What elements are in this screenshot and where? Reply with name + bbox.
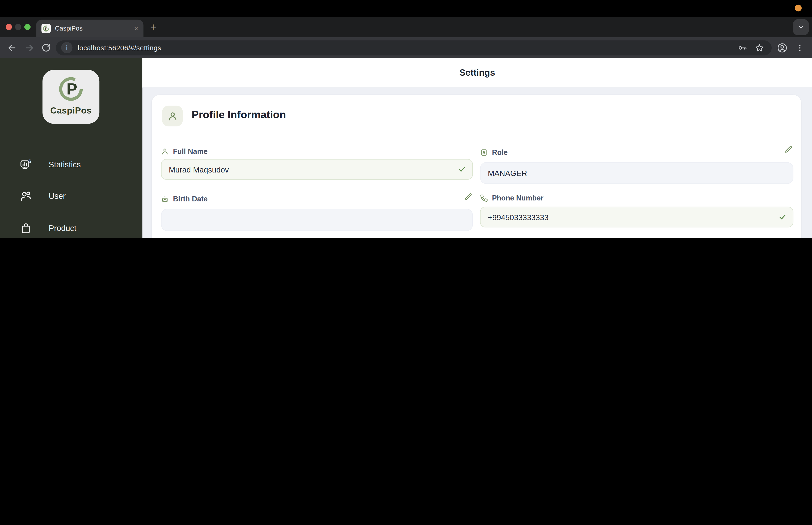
person-icon: [161, 147, 169, 155]
id-badge-icon: [480, 148, 488, 156]
browser-toolbar: i localhost:56206/#/settings: [0, 38, 812, 58]
address-bar[interactable]: i localhost:56206/#/settings: [56, 40, 771, 55]
page-header: Settings: [142, 58, 812, 88]
profile-information-card: Profile Information Full Name Role: [152, 95, 801, 238]
valid-check-icon: [458, 165, 466, 174]
browser-menu-icon[interactable]: [795, 43, 804, 52]
chevron-down-icon: [797, 24, 804, 31]
sidebar-item-statistics[interactable]: $ Statistics: [0, 153, 142, 176]
edit-role-icon[interactable]: [784, 145, 793, 153]
full-name-input[interactable]: [161, 159, 473, 180]
person-icon: [167, 111, 178, 121]
caspipos-logo-icon: P: [55, 74, 87, 105]
password-key-icon[interactable]: [737, 43, 747, 52]
app-window: P CaspiPos $ Statistics User: [0, 58, 812, 238]
role-label: Role: [480, 148, 508, 156]
window-controls: [6, 24, 31, 30]
macos-titlebar: [0, 0, 812, 17]
site-info-icon[interactable]: i: [61, 42, 72, 53]
zoom-window-button[interactable]: [25, 24, 31, 30]
phone-icon: [480, 194, 488, 201]
svg-text:P: P: [66, 80, 77, 98]
tab-close-icon[interactable]: ×: [134, 25, 138, 32]
tab-title: CaspiPos: [55, 25, 130, 32]
forward-icon[interactable]: [25, 43, 34, 52]
caspipos-favicon-icon: P: [41, 24, 51, 33]
tab-search-button[interactable]: [793, 19, 809, 35]
birth-date-input[interactable]: [161, 209, 473, 231]
edit-birth-date-icon[interactable]: [464, 193, 472, 201]
full-name-label: Full Name: [161, 147, 208, 155]
new-tab-button[interactable]: +: [150, 21, 156, 33]
bookmark-star-icon[interactable]: [754, 43, 764, 52]
browser-tab[interactable]: P CaspiPos ×: [36, 20, 143, 38]
statistics-icon: $: [20, 159, 32, 171]
screen: P CaspiPos × + i localhost:56206/#/setti…: [0, 0, 812, 238]
main-content: Settings Profile Information Full Name: [142, 58, 812, 238]
users-icon: [20, 190, 32, 202]
close-window-button[interactable]: [6, 24, 12, 30]
profile-section-badge: [162, 106, 183, 126]
phone-number-label: Phone Number: [480, 194, 543, 202]
app-logo: P CaspiPos: [43, 70, 99, 124]
browser-tabstrip: P CaspiPos × +: [0, 17, 812, 38]
sidebar-item-product[interactable]: Product: [0, 217, 142, 238]
svg-text:P: P: [45, 27, 47, 31]
sidebar: P CaspiPos $ Statistics User: [0, 58, 142, 238]
page-title: Settings: [459, 67, 495, 78]
back-icon[interactable]: [7, 43, 17, 52]
birthday-cake-icon: [161, 195, 169, 203]
minimize-window-button[interactable]: [15, 24, 21, 30]
valid-check-icon: [778, 213, 787, 221]
profile-avatar-icon[interactable]: [777, 42, 787, 53]
sidebar-item-user[interactable]: User: [0, 185, 142, 208]
svg-text:$: $: [28, 159, 31, 164]
profile-section-title: Profile Information: [192, 108, 286, 121]
birth-date-label: Birth Date: [161, 195, 208, 203]
role-input[interactable]: [480, 162, 793, 184]
recording-indicator-icon: [795, 5, 802, 12]
shopping-bag-icon: [20, 222, 32, 235]
logo-text: CaspiPos: [50, 106, 92, 116]
reload-icon[interactable]: [41, 43, 51, 52]
phone-number-input[interactable]: [480, 207, 793, 227]
url-text[interactable]: localhost:56206/#/settings: [78, 44, 737, 51]
